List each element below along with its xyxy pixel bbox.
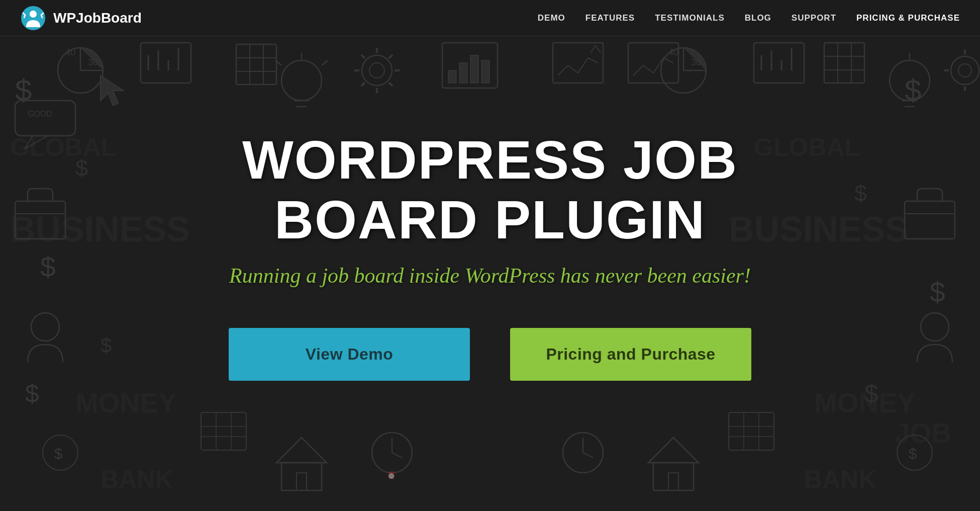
view-demo-button[interactable]: View Demo [229,328,470,381]
svg-text:40: 40 [65,47,75,57]
navbar: WPJobBoard DEMO FEATURES TESTIMONIALS BL… [0,0,980,36]
hero-content: WORDPRESS JOB BOARD PLUGIN Running a job… [138,130,842,381]
svg-text:$: $ [101,334,112,356]
svg-text:JOB: JOB [895,417,951,449]
svg-text:$: $ [930,277,945,308]
svg-rect-51 [470,55,478,83]
hero-section: $ $ $ $ $ $ $ $ $ BUSINESS BUSINESS GLOB… [0,0,980,511]
svg-text:BANK: BANK [804,465,876,493]
svg-text:GOOD: GOOD [28,110,52,118]
svg-rect-49 [448,70,456,83]
svg-text:MONEY: MONEY [75,387,177,418]
svg-text:$: $ [854,181,867,206]
svg-text:MONEY: MONEY [814,387,916,418]
svg-text:30: 30 [691,57,701,67]
nav-link-demo[interactable]: DEMO [538,13,565,23]
nav-links: DEMO FEATURES TESTIMONIALS BLOG SUPPORT … [538,13,960,23]
svg-text:$: $ [54,445,63,462]
svg-text:30: 30 [88,57,98,67]
svg-text:$: $ [40,251,56,283]
svg-rect-50 [459,63,467,83]
nav-link-features[interactable]: FEATURES [585,13,635,23]
nav-link-pricing[interactable]: PRICING & PURCHASE [856,13,960,23]
svg-text:$: $ [905,73,921,107]
pricing-purchase-button[interactable]: Pricing and Purchase [510,328,751,381]
nav-link-blog[interactable]: BLOG [745,13,771,23]
svg-text:⏰: ⏰ [387,471,396,480]
svg-point-1 [30,11,37,18]
svg-text:$: $ [25,380,39,408]
hero-subtitle: Running a job board inside WordPress has… [158,264,822,288]
svg-text:40: 40 [668,47,678,57]
logo-link[interactable]: WPJobBoard [20,5,142,31]
logo-icon [20,5,46,31]
nav-link-testimonials[interactable]: TESTIMONIALS [655,13,725,23]
svg-rect-52 [481,60,489,83]
logo-text: WPJobBoard [53,10,142,26]
hero-title: WORDPRESS JOB BOARD PLUGIN [158,130,822,250]
nav-link-support[interactable]: SUPPORT [792,13,836,23]
svg-text:BANK: BANK [101,465,173,493]
hero-buttons: View Demo Pricing and Purchase [158,328,822,381]
